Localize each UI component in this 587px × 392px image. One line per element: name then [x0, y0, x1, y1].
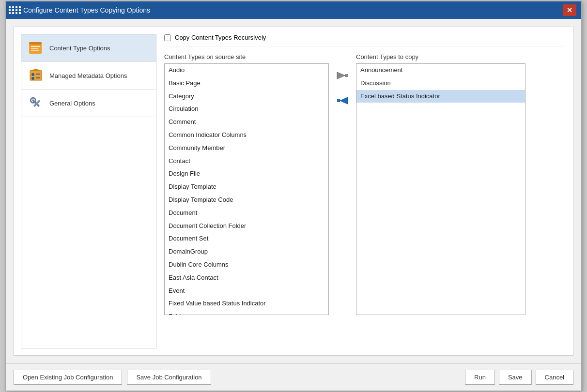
cancel-button[interactable]: Cancel [536, 370, 573, 385]
source-list-item[interactable]: Document [165, 207, 328, 220]
source-list-container: Content Types on source site AudioBasic … [164, 53, 329, 315]
content-type-icon [27, 39, 45, 57]
svg-rect-2 [31, 46, 40, 47]
title-bar-left: Configure Content Types Copying Options [11, 6, 150, 15]
source-list-item[interactable]: DomainGroup [165, 245, 328, 258]
source-list-item[interactable]: Dublin Core Columns [165, 258, 328, 271]
source-list-label: Content Types on source site [164, 53, 329, 60]
content-area: Content Type Options Managed Metad [6, 19, 581, 363]
source-list-item[interactable]: Common Indicator Columns [165, 129, 328, 142]
sidebar: Content Type Options Managed Metad [21, 34, 156, 348]
source-list-item[interactable]: Community Member [165, 142, 328, 155]
copy-list-item[interactable]: Announcement [356, 64, 525, 77]
svg-rect-4 [31, 50, 39, 51]
svg-point-7 [31, 73, 34, 76]
source-list-item[interactable]: Folder [165, 310, 328, 315]
footer-right: Run Save Cancel [465, 370, 573, 385]
source-list-item[interactable]: Basic Page [165, 77, 328, 90]
copy-list-container: Content Types to copy AnnouncementDiscus… [356, 53, 525, 315]
source-list-item[interactable]: Audio [165, 64, 328, 77]
source-list-item[interactable]: Category [165, 90, 328, 103]
close-button[interactable]: ✕ [563, 4, 576, 16]
sidebar-item-managed-metadata[interactable]: Managed Metadata Options [21, 62, 156, 90]
managed-metadata-icon [27, 67, 45, 84]
svg-rect-9 [36, 74, 40, 75]
svg-rect-1 [29, 42, 42, 45]
title-bar: Configure Content Types Copying Options … [6, 1, 581, 19]
svg-marker-14 [337, 72, 345, 79]
open-job-config-button[interactable]: Open Existing Job Configuration [14, 370, 122, 385]
copy-list-box[interactable]: AnnouncementDiscussionExcel based Status… [356, 63, 525, 315]
run-button[interactable]: Run [465, 370, 495, 385]
copy-recursively-checkbox[interactable] [164, 34, 171, 41]
source-list-box[interactable]: AudioBasic PageCategoryCirculationCommen… [164, 63, 329, 315]
svg-point-8 [31, 77, 34, 80]
sidebar-item-general-options[interactable]: General Options [21, 90, 156, 117]
copy-list-label: Content Types to copy [356, 53, 525, 60]
source-list-item[interactable]: Circulation [165, 103, 328, 116]
copy-recursively-label[interactable]: Copy Content Types Recursively [175, 34, 266, 41]
save-job-config-button[interactable]: Save Job Configuration [127, 370, 211, 385]
lists-section: Content Types on source site AudioBasic … [164, 53, 566, 348]
sidebar-label-general-options: General Options [49, 100, 95, 107]
svg-marker-16 [340, 97, 348, 104]
move-left-button[interactable] [334, 93, 351, 108]
general-options-icon [27, 94, 45, 112]
source-list-item[interactable]: East Asia Contact [165, 271, 328, 285]
source-list-item[interactable]: Comment [165, 116, 328, 129]
source-list-item[interactable]: Design File [165, 167, 328, 181]
app-icon [11, 6, 19, 15]
window-title: Configure Content Types Copying Options [23, 6, 150, 14]
svg-rect-15 [345, 74, 348, 77]
arrow-buttons [334, 53, 351, 108]
source-list-item[interactable]: Display Template Code [165, 194, 328, 207]
main-panel: Content Type Options Managed Metad [14, 27, 573, 356]
sidebar-label-content-type: Content Type Options [49, 45, 110, 52]
checkbox-row: Copy Content Types Recursively [164, 34, 566, 46]
save-button[interactable]: Save [499, 370, 532, 385]
svg-rect-3 [31, 48, 38, 49]
move-right-button[interactable] [334, 68, 351, 83]
right-panel: Copy Content Types Recursively Content T… [164, 34, 566, 348]
copy-list-item[interactable]: Excel based Status Indicator [356, 90, 525, 103]
source-list-item[interactable]: Fixed Value based Status Indicator [165, 297, 328, 310]
sidebar-label-managed-metadata: Managed Metadata Options [49, 72, 127, 79]
source-list-item[interactable]: Display Template [165, 181, 328, 194]
source-list-item[interactable]: Document Set [165, 232, 328, 245]
svg-marker-6 [30, 69, 42, 71]
source-list-item[interactable]: Contact [165, 155, 328, 168]
svg-rect-17 [337, 99, 340, 102]
copy-list-item[interactable]: Discussion [356, 77, 525, 90]
footer: Open Existing Job Configuration Save Job… [6, 363, 581, 391]
footer-left: Open Existing Job Configuration Save Job… [14, 370, 211, 385]
svg-rect-10 [36, 77, 40, 78]
source-list-item[interactable]: Event [165, 285, 328, 298]
sidebar-item-content-type-options[interactable]: Content Type Options [21, 34, 156, 62]
source-list-item[interactable]: Document Collection Folder [165, 220, 328, 233]
main-window: Configure Content Types Copying Options … [5, 1, 582, 391]
